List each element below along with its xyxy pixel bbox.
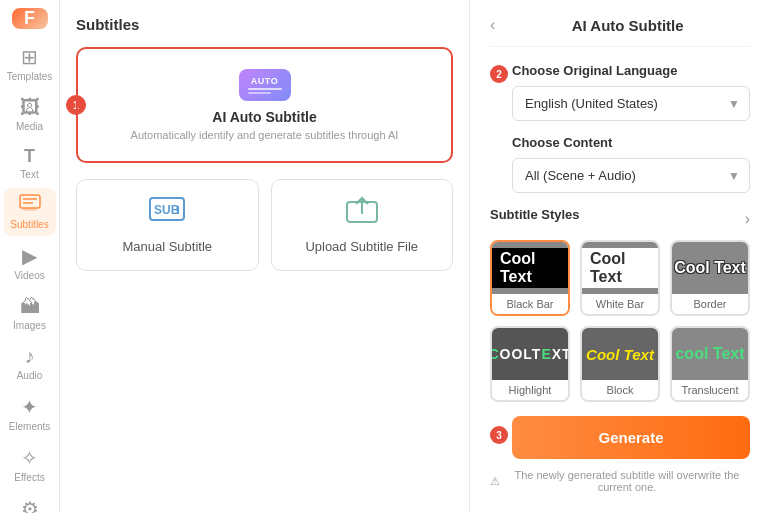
sidebar-item-label: Templates <box>7 71 53 82</box>
style-card-translucent[interactable]: cool Text Translucent <box>670 326 750 402</box>
text-icon: T <box>24 146 35 167</box>
sidebar-item-label: Media <box>16 121 43 132</box>
videos-icon: ▶ <box>22 244 37 268</box>
sidebar-item-label: Text <box>20 169 38 180</box>
sidebar-item-label: Images <box>13 320 46 331</box>
right-panel: ‹ AI Auto Subtitle 2 Choose Original Lan… <box>470 0 770 513</box>
right-panel-header: ‹ AI Auto Subtitle <box>490 16 750 47</box>
images-icon: 🏔 <box>20 295 40 318</box>
elements-icon: ✦ <box>21 395 38 419</box>
ai-card-title: AI Auto Subtitle <box>98 109 431 125</box>
svg-text:SUB: SUB <box>154 203 180 217</box>
styles-header: Subtitle Styles › <box>490 207 750 230</box>
border-label: Border <box>672 294 748 314</box>
svg-rect-0 <box>20 195 40 208</box>
right-panel-title: AI Auto Subtitle <box>505 17 750 34</box>
manual-subtitle-icon: SUB <box>89 196 246 231</box>
step2-badge: 2 <box>490 65 508 83</box>
translucent-preview: cool Text <box>672 328 748 380</box>
block-preview: Cool Text <box>582 328 658 380</box>
svg-rect-1 <box>23 208 37 211</box>
main-content: Subtitles 1 AUTO AI Auto Subtitle Automa… <box>60 0 770 513</box>
white-bar-label: White Bar <box>582 294 658 314</box>
back-button[interactable]: ‹ <box>490 16 495 34</box>
warning-message: The newly generated subtitle will overwr… <box>504 469 750 493</box>
styles-grid: Cool Text Black Bar Cool Text White Bar … <box>490 240 750 402</box>
ai-subtitle-card[interactable]: AUTO AI Auto Subtitle Automatically iden… <box>76 47 453 163</box>
translucent-label: Translucent <box>672 380 748 400</box>
highlight-label: Highlight <box>492 380 568 400</box>
warning-text: ⚠ The newly generated subtitle will over… <box>490 469 750 493</box>
style-card-block[interactable]: Cool Text Block <box>580 326 660 402</box>
styles-next-arrow[interactable]: › <box>745 210 750 228</box>
style-card-black-bar[interactable]: Cool Text Black Bar <box>490 240 570 316</box>
app-logo: F <box>12 8 48 29</box>
upload-subtitle-icon <box>284 196 441 231</box>
sidebar-item-label: Elements <box>9 421 51 432</box>
sidebar-item-videos[interactable]: ▶ Videos <box>4 238 56 287</box>
manual-subtitle-label: Manual Subtitle <box>89 239 246 254</box>
sidebar-item-text[interactable]: T Text <box>4 140 56 186</box>
white-bar-preview: Cool Text <box>582 242 658 294</box>
highlight-preview: COOLTEXT <box>492 328 568 380</box>
sidebar: F ⊞ Templates 🖼 Media T Text Subtitles ▶… <box>0 0 60 513</box>
audio-icon: ♪ <box>25 345 35 368</box>
left-panel: Subtitles 1 AUTO AI Auto Subtitle Automa… <box>60 0 470 513</box>
styles-section-label: Subtitle Styles <box>490 207 580 222</box>
sidebar-item-tools[interactable]: ⚙ Tools <box>4 491 56 513</box>
step3-wrapper: 3 Generate <box>490 416 750 469</box>
upload-subtitle-card[interactable]: Upload Subtitle File <box>271 179 454 271</box>
step3-badge: 3 <box>490 426 508 444</box>
sidebar-item-label: Effects <box>14 472 44 483</box>
sidebar-item-label: Audio <box>17 370 43 381</box>
subtitles-icon <box>19 194 41 217</box>
manual-subtitle-card[interactable]: SUB Manual Subtitle <box>76 179 259 271</box>
sidebar-item-label: Videos <box>14 270 44 281</box>
black-bar-preview: Cool Text <box>492 242 568 294</box>
language-select-wrapper: English (United States) Chinese Spanish … <box>512 86 750 121</box>
sidebar-item-effects[interactable]: ✧ Effects <box>4 440 56 489</box>
content-select[interactable]: All (Scene + Audio) Scene Only Audio Onl… <box>512 158 750 193</box>
language-section-label: Choose Original Language <box>512 63 750 78</box>
highlight-text: COOLTEXT <box>490 346 570 362</box>
sidebar-item-templates[interactable]: ⊞ Templates <box>4 39 56 88</box>
tools-icon: ⚙ <box>21 497 39 513</box>
border-preview: Cool Text <box>672 242 748 294</box>
media-icon: 🖼 <box>20 96 40 119</box>
panel-title: Subtitles <box>76 16 453 33</box>
black-bar-text: Cool Text <box>492 248 568 288</box>
border-text: Cool Text <box>674 259 746 277</box>
generate-button[interactable]: Generate <box>512 416 750 459</box>
templates-icon: ⊞ <box>21 45 38 69</box>
effects-icon: ✧ <box>21 446 38 470</box>
block-text: Cool Text <box>586 346 654 363</box>
style-card-border[interactable]: Cool Text Border <box>670 240 750 316</box>
content-section-label: Choose Content <box>512 135 750 150</box>
upload-subtitle-label: Upload Subtitle File <box>284 239 441 254</box>
subtitle-options: SUB Manual Subtitle Upload Subtitle File <box>76 179 453 271</box>
style-card-white-bar[interactable]: Cool Text White Bar <box>580 240 660 316</box>
white-bar-text: Cool Text <box>582 248 658 288</box>
warning-icon: ⚠ <box>490 475 500 488</box>
sidebar-item-subtitles[interactable]: Subtitles <box>4 188 56 236</box>
black-bar-label: Black Bar <box>492 294 568 314</box>
ai-card-desc: Automatically identify and generate subt… <box>98 129 431 141</box>
sidebar-item-label: Subtitles <box>10 219 48 230</box>
language-select[interactable]: English (United States) Chinese Spanish … <box>512 86 750 121</box>
content-select-wrapper: All (Scene + Audio) Scene Only Audio Onl… <box>512 158 750 193</box>
block-label: Block <box>582 380 658 400</box>
sidebar-item-images[interactable]: 🏔 Images <box>4 289 56 337</box>
sidebar-item-audio[interactable]: ♪ Audio <box>4 339 56 387</box>
sidebar-item-elements[interactable]: ✦ Elements <box>4 389 56 438</box>
sidebar-item-media[interactable]: 🖼 Media <box>4 90 56 138</box>
style-card-highlight[interactable]: COOLTEXT Highlight <box>490 326 570 402</box>
translucent-text: cool Text <box>675 345 744 363</box>
auto-badge-text: AUTO <box>251 76 278 86</box>
